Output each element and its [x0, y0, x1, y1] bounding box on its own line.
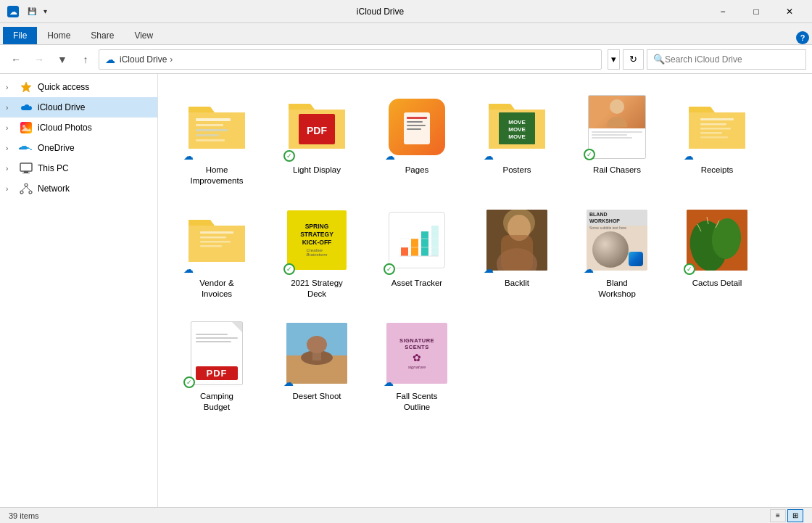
up-button[interactable]: ↑ — [75, 49, 96, 70]
address-path[interactable]: ☁ iCloud Drive › — [99, 49, 602, 70]
minimize-button[interactable]: − — [706, 0, 740, 23]
file-item-backlit[interactable]: ☁ Backlit — [470, 199, 564, 306]
maximize-button[interactable]: □ — [740, 0, 773, 23]
tab-view[interactable]: View — [124, 27, 163, 44]
svg-rect-15 — [196, 124, 223, 126]
svg-point-30 — [610, 99, 624, 114]
item-count: 39 items — [9, 511, 39, 520]
address-bar: ← → ▼ ↑ ☁ iCloud Drive › ▾ ↻ 🔍 — [0, 45, 812, 74]
ribbon-tabs: File Home Share View ? — [0, 23, 812, 45]
file-item-asset-tracker[interactable]: ✓ Asset Tracker — [370, 199, 464, 306]
file-thumbnail: MOVE MOVE MOVE ☁ — [482, 92, 552, 162]
qat-save[interactable]: 💾 — [25, 6, 39, 17]
network-icon — [19, 181, 33, 196]
svg-rect-8 — [22, 173, 30, 173]
cloud-status-icon: ☁ — [584, 263, 594, 275]
expand-icon: › — [6, 124, 17, 132]
file-item-pages[interactable]: ☁ Pages — [370, 86, 464, 193]
check-status-icon: ✓ — [283, 150, 295, 162]
expand-icon: › — [6, 83, 17, 91]
check-status-icon: ✓ — [684, 263, 695, 275]
path-dropdown-button[interactable]: ▾ — [608, 49, 620, 70]
tile-view-button[interactable]: ⊞ — [787, 509, 803, 522]
tab-file[interactable]: File — [3, 27, 37, 44]
svg-line-13 — [26, 186, 30, 191]
recent-button[interactable]: ▼ — [52, 49, 72, 70]
file-item-cactus-detail[interactable]: ✓ Cactus Detail — [670, 199, 764, 306]
help-button[interactable]: ? — [796, 31, 809, 44]
file-item-light-display[interactable]: PDF ✓ Light Display — [270, 86, 364, 193]
sidebar-item-quick-access[interactable]: › Quick access — [0, 77, 157, 97]
file-thumbnail: ✓ — [682, 205, 752, 275]
file-name: Desert Shoot — [292, 391, 341, 402]
cloud-status-icon: ☁ — [384, 376, 394, 388]
sidebar-item-icloud-photos[interactable]: › iCloud Photos — [0, 118, 157, 138]
svg-point-10 — [20, 191, 23, 194]
file-item-camping-budget[interactable]: PDF ✓ CampingBudget — [170, 312, 264, 419]
cloud-status-icon: ☁ — [183, 263, 194, 275]
file-item-rail-chasers[interactable]: ✓ Rail Chasers — [570, 86, 664, 193]
qat-dropdown[interactable]: ▾ — [41, 6, 50, 17]
tab-home[interactable]: Home — [37, 27, 80, 44]
svg-rect-36 — [700, 136, 728, 139]
file-item-2021-strategy[interactable]: SPRINGSTRATEGYKICK-OFF CreativeBrainstor… — [270, 199, 364, 306]
content-area: ☁ HomeImprovements PDF ✓ Light Display — [158, 74, 812, 507]
file-thumbnail: ☁ — [482, 205, 552, 275]
main-layout: › Quick access › iCloud Drive › — [0, 74, 812, 507]
sidebar-item-onedrive[interactable]: › OneDrive — [0, 138, 157, 158]
svg-text:PDF: PDF — [307, 125, 327, 136]
check-status-icon: ✓ — [584, 149, 595, 160]
close-button[interactable]: ✕ — [773, 0, 806, 23]
cloud-blue-icon — [19, 100, 33, 115]
file-item-bland-workshop[interactable]: BLANDWORKSHOP Some subtitle text here ☁ … — [570, 199, 664, 306]
file-name: Cactus Detail — [692, 278, 742, 289]
file-name: Backlit — [505, 278, 529, 289]
file-name: 2021 StrategyDeck — [291, 278, 343, 300]
sidebar-item-this-pc[interactable]: › This PC — [0, 158, 157, 178]
svg-rect-39 — [200, 241, 231, 243]
file-thumbnail: ☁ — [282, 318, 352, 388]
file-name: Light Display — [293, 165, 341, 176]
tab-share[interactable]: Share — [80, 27, 124, 44]
search-box: 🔍 — [647, 49, 806, 70]
forward-button[interactable]: → — [29, 49, 49, 70]
back-button[interactable]: ← — [6, 49, 26, 70]
expand-icon: › — [6, 144, 17, 152]
sidebar-item-label: Network — [38, 184, 70, 194]
svg-text:MOVE: MOVE — [508, 119, 526, 125]
view-toggle: ≡ ⊞ — [770, 509, 803, 522]
svg-rect-40 — [200, 245, 222, 247]
file-name: Vendor &Invoices — [199, 278, 233, 300]
svg-point-31 — [607, 117, 627, 127]
svg-point-9 — [25, 184, 28, 186]
svg-line-12 — [22, 186, 26, 191]
svg-rect-6 — [20, 163, 32, 171]
star-icon — [19, 80, 33, 94]
file-name: CampingBudget — [200, 391, 233, 413]
sidebar-item-icloud-drive[interactable]: › iCloud Drive — [0, 97, 157, 118]
svg-rect-38 — [200, 236, 226, 239]
sidebar-item-label: iCloud Drive — [38, 102, 85, 112]
file-item-vendor-invoices[interactable]: ☁ Vendor &Invoices — [170, 199, 264, 306]
file-thumbnail: SPRINGSTRATEGYKICK-OFF CreativeBrainstor… — [282, 205, 352, 275]
svg-rect-32 — [700, 118, 734, 120]
search-input[interactable] — [665, 54, 800, 65]
svg-rect-35 — [700, 132, 722, 134]
path-chevron: › — [170, 54, 173, 65]
sidebar-item-network[interactable]: › Network — [0, 178, 157, 199]
window-controls: − □ ✕ — [706, 0, 806, 23]
file-item-fall-scents[interactable]: SIGNATURESCENTS ✿ signature ☁ Fall Scent… — [370, 312, 464, 419]
app-icon: ☁ — [6, 4, 20, 19]
search-icon: 🔍 — [653, 54, 665, 65]
file-thumbnail: SIGNATURESCENTS ✿ signature ☁ — [382, 318, 452, 388]
svg-text:☁: ☁ — [9, 7, 17, 16]
refresh-button[interactable]: ↻ — [623, 49, 644, 70]
file-name: Pages — [405, 165, 429, 176]
cloud-status-icon: ☁ — [484, 150, 494, 162]
onedrive-icon — [19, 141, 33, 155]
file-item-posters[interactable]: MOVE MOVE MOVE ☁ Posters — [470, 86, 564, 193]
file-item-home-improvements[interactable]: ☁ HomeImprovements — [170, 86, 264, 193]
list-view-button[interactable]: ≡ — [770, 509, 786, 522]
file-item-desert-shoot[interactable]: ☁ Desert Shoot — [270, 312, 364, 419]
file-item-receipts[interactable]: ☁ Receipts — [670, 86, 764, 193]
